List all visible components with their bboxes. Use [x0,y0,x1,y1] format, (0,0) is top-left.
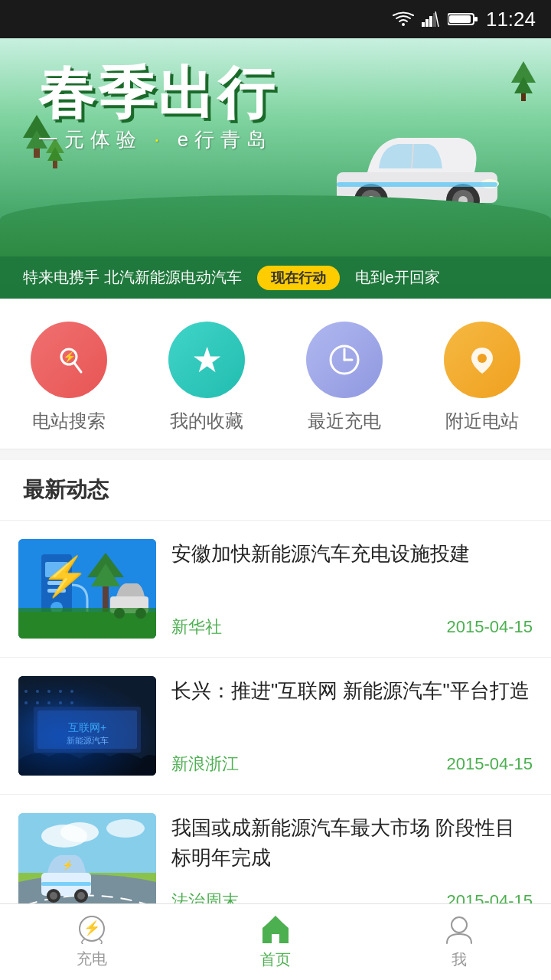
news-title-1: 安徽加快新能源汽车充电设施投建 [171,539,533,569]
svg-point-40 [24,690,28,693]
svg-point-44 [70,690,73,693]
recent-charge-label: 最近充电 [308,409,381,433]
banner-title: 春季出行 [38,65,277,122]
svg-rect-7 [474,17,478,21]
news-source-2: 新浪浙江 [171,753,239,776]
svg-point-49 [70,701,73,704]
svg-text:⚡: ⚡ [83,920,101,936]
svg-rect-3 [429,16,432,27]
svg-point-41 [36,690,39,693]
status-bar: 11:24 [0,0,551,38]
svg-rect-19 [337,182,497,187]
svg-rect-39 [18,676,156,776]
svg-rect-30 [47,581,66,585]
status-time: 11:24 [486,8,536,31]
news-meta-1: 新华社 2015-04-15 [171,603,533,639]
banner-subtitle: 一元体验 · e行青岛 [38,126,277,153]
action-station-search[interactable]: ⚡ 电站搜索 [31,322,107,433]
svg-point-57 [106,819,145,838]
news-date-2: 2015-04-15 [446,754,533,774]
svg-point-0 [402,23,405,26]
charge-nav-icon: ⚡ [77,915,107,944]
section-header: 最新动态 [0,460,551,521]
station-search-label: 电站搜索 [32,409,106,433]
banner-ground [0,195,551,256]
nearby-station-label: 附近电站 [445,409,519,433]
news-list: 安徽加快新能源汽车充电设施投建 新华社 2015-04-15 [0,521,551,932]
news-meta-2: 新浪浙江 2015-04-15 [171,740,533,776]
svg-rect-2 [425,19,429,27]
svg-point-69 [452,917,467,933]
svg-text:⚡: ⚡ [62,859,73,871]
person-nav-icon [444,914,474,945]
svg-point-63 [77,892,85,900]
svg-point-61 [50,892,57,900]
svg-rect-65 [41,882,91,886]
news-source-1: 新华社 [171,616,222,639]
my-favorites-label: 我的收藏 [170,409,243,433]
news-content-2: 长兴：推进"互联网 新能源汽车"平台打造 新浪浙江 2015-04-15 [171,676,533,776]
svg-rect-35 [110,596,148,613]
svg-point-42 [47,690,51,693]
action-recent-charge[interactable]: 最近充电 [306,322,383,433]
action-my-favorites[interactable]: ★ 我的收藏 [168,322,245,433]
banner-partner-text: 特来电携手 北汽新能源电动汽车 [23,267,242,288]
banner: 春季出行 一元体验 · e行青岛 [0,38,551,299]
nav-charge[interactable]: ⚡ 充电 [0,904,184,980]
news-content-3: 我国或成新能源汽车最大市场 阶段性目标明年完成 法治周末 2015-04-15 [171,813,533,913]
wifi-icon [393,11,414,27]
banner-bottom-bar: 特来电携手 北汽新能源电动汽车 现在行动 电到e开回家 [0,256,551,299]
nav-charge-label: 充电 [77,949,107,969]
recent-charge-icon [306,322,383,398]
my-favorites-icon: ★ [168,322,245,398]
svg-point-48 [59,701,62,704]
news-thumb-1 [18,539,156,639]
svg-text:新能源汽车: 新能源汽车 [67,736,109,745]
news-thumb-2: 互联网+ 新能源汽车 [18,676,156,776]
svg-rect-8 [449,15,471,23]
home-nav-icon [259,914,292,945]
news-content-1: 安徽加快新能源汽车充电设施投建 新华社 2015-04-15 [171,539,533,639]
svg-rect-29 [45,562,68,577]
station-search-icon: ⚡ [31,322,107,398]
svg-point-47 [47,701,51,704]
battery-icon [448,11,478,27]
news-item[interactable]: 互联网+ 新能源汽车 长兴：推进"互联网 新能源汽车"平台打造 新浪浙江 201… [0,658,551,795]
svg-rect-38 [18,676,156,776]
news-title-3: 我国或成新能源汽车最大市场 阶段性目标明年完成 [171,813,533,873]
nav-me-label: 我 [452,949,467,970]
action-nearby-station[interactable]: 附近电站 [444,322,520,433]
svg-rect-33 [18,612,156,639]
svg-point-46 [36,701,39,704]
svg-point-37 [135,608,146,619]
svg-rect-50 [34,707,141,753]
bottom-nav: ⚡ 充电 首页 我 [0,903,551,980]
svg-marker-68 [264,916,287,927]
signal-icon [422,11,440,27]
svg-point-26 [478,354,487,363]
svg-text:互联网+: 互联网+ [68,721,106,733]
svg-point-45 [24,701,28,704]
svg-rect-51 [37,710,137,749]
nav-home-label: 首页 [260,949,291,970]
svg-text:⚡: ⚡ [63,351,77,364]
news-item[interactable]: 安徽加快新能源汽车充电设施投建 新华社 2015-04-15 [0,521,551,658]
quick-actions: ⚡ 电站搜索 ★ 我的收藏 最近充电 附近电站 [0,299,551,449]
svg-line-21 [74,363,81,372]
news-title-2: 长兴：推进"互联网 新能源汽车"平台打造 [171,676,533,706]
section-title: 最新动态 [23,478,109,501]
svg-point-43 [59,690,62,693]
svg-rect-1 [422,22,425,27]
nav-home[interactable]: 首页 [184,904,367,980]
nav-me[interactable]: 我 [367,904,551,980]
nearby-station-icon [444,322,520,398]
svg-point-56 [60,822,99,842]
news-date-1: 2015-04-15 [446,617,533,637]
tree-right-1 [511,61,536,101]
svg-point-36 [114,608,125,619]
banner-title-area: 春季出行 一元体验 · e行青岛 [38,65,277,153]
banner-action-btn[interactable]: 现在行动 [257,266,340,290]
svg-point-32 [51,602,63,614]
banner-action-suffix: 电到e开回家 [355,267,440,288]
news-thumb-3: ⚡ [18,813,156,913]
